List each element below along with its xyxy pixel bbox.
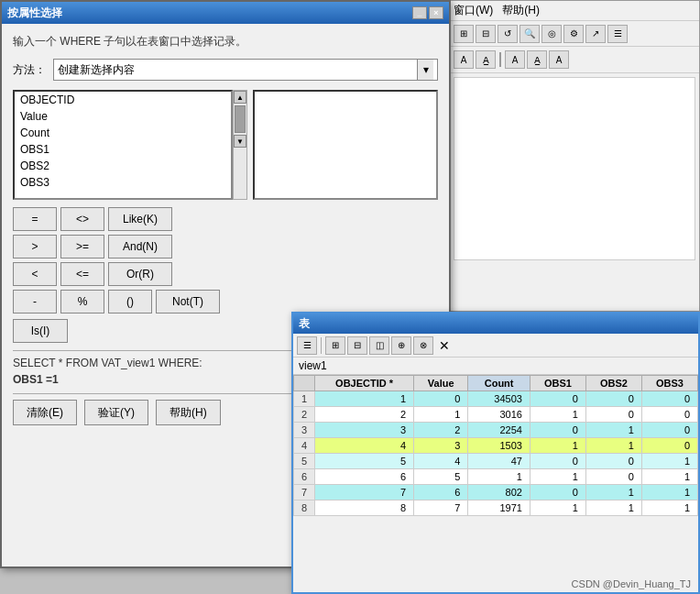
cell-value[interactable]: 5 bbox=[414, 469, 468, 485]
table-btn-3[interactable]: ⊟ bbox=[347, 336, 367, 355]
cell-count[interactable]: 3016 bbox=[468, 407, 530, 423]
op-gt[interactable]: > bbox=[13, 235, 57, 258]
toolbar-btn-2[interactable]: ⊟ bbox=[476, 25, 496, 43]
table-row[interactable]: 11034503000 bbox=[294, 391, 698, 407]
cell-obs2[interactable]: 1 bbox=[585, 438, 641, 454]
cell-value[interactable]: 3 bbox=[414, 438, 468, 454]
table-row[interactable]: 776802011 bbox=[294, 485, 698, 500]
cell-objectid[interactable]: 5 bbox=[315, 454, 414, 469]
op-eq[interactable]: = bbox=[13, 207, 57, 231]
table-row[interactable]: 4431503110 bbox=[294, 438, 698, 454]
cell-obs1[interactable]: 0 bbox=[530, 454, 585, 469]
col-objectid[interactable]: OBJECTID * bbox=[315, 376, 414, 391]
cell-obs2[interactable]: 1 bbox=[585, 485, 641, 500]
format-btn-2[interactable]: A̲ bbox=[476, 50, 496, 69]
cell-objectid[interactable]: 8 bbox=[315, 500, 414, 516]
cell-obs1[interactable]: 0 bbox=[530, 423, 585, 438]
format-btn-5[interactable]: A bbox=[549, 50, 569, 69]
cell-value[interactable]: 4 bbox=[414, 454, 468, 469]
help-menu[interactable]: 帮助(H) bbox=[502, 3, 540, 18]
expression-box[interactable] bbox=[253, 90, 438, 200]
method-select-arrow[interactable]: ▾ bbox=[417, 60, 433, 80]
cell-obs3[interactable]: 0 bbox=[641, 423, 697, 438]
cell-value[interactable]: 7 bbox=[414, 500, 468, 516]
field-obs1[interactable]: OBS1 bbox=[15, 141, 231, 158]
close-btn[interactable]: × bbox=[429, 6, 443, 19]
col-count[interactable]: Count bbox=[468, 376, 530, 391]
cell-obs1[interactable]: 0 bbox=[530, 391, 585, 407]
toolbar-btn-7[interactable]: ↗ bbox=[585, 25, 606, 43]
table-btn-1[interactable]: ☰ bbox=[297, 336, 317, 355]
cell-objectid[interactable]: 4 bbox=[315, 438, 414, 454]
col-obs2[interactable]: OBS2 bbox=[585, 376, 641, 391]
format-btn-1[interactable]: A bbox=[454, 50, 474, 69]
table-scroll-container[interactable]: OBJECTID * Value Count OBS1 OBS2 OBS3 11… bbox=[293, 375, 698, 577]
table-btn-4[interactable]: ◫ bbox=[369, 336, 389, 355]
cell-value[interactable]: 2 bbox=[414, 423, 468, 438]
cell-obs3[interactable]: 0 bbox=[641, 438, 697, 454]
fields-list[interactable]: OBJECTID Value Count OBS1 OBS2 OBS3 bbox=[13, 90, 233, 200]
toolbar-btn-3[interactable]: ↺ bbox=[498, 25, 518, 43]
clear-btn[interactable]: 清除(E) bbox=[13, 400, 77, 425]
cell-obs3[interactable]: 1 bbox=[641, 469, 697, 485]
minimize-btn[interactable]: _ bbox=[412, 6, 427, 19]
help-btn[interactable]: 帮助(H) bbox=[156, 400, 221, 425]
cell-count[interactable]: 1 bbox=[468, 469, 530, 485]
format-btn-3[interactable]: A bbox=[505, 50, 525, 69]
cell-obs3[interactable]: 1 bbox=[641, 454, 697, 469]
verify-btn[interactable]: 验证(Y) bbox=[84, 400, 148, 425]
col-obs1[interactable]: OBS1 bbox=[530, 376, 585, 391]
op-parens[interactable]: () bbox=[108, 290, 152, 314]
op-neq[interactable]: <> bbox=[60, 207, 104, 231]
cell-obs1[interactable]: 1 bbox=[530, 500, 585, 516]
table-btn-2[interactable]: ⊞ bbox=[325, 336, 345, 355]
cell-value[interactable]: 1 bbox=[414, 407, 468, 423]
table-btn-6[interactable]: ⊗ bbox=[413, 336, 433, 355]
window-menu[interactable]: 窗口(W) bbox=[454, 3, 493, 18]
toolbar-btn-6[interactable]: ⚙ bbox=[563, 25, 584, 43]
table-row[interactable]: 3322254010 bbox=[294, 423, 698, 438]
table-row[interactable]: 8871971111 bbox=[294, 500, 698, 516]
cell-obs2[interactable]: 0 bbox=[585, 469, 641, 485]
cell-count[interactable]: 2254 bbox=[468, 423, 530, 438]
cell-obs1[interactable]: 0 bbox=[530, 485, 585, 500]
field-objectid[interactable]: OBJECTID bbox=[15, 92, 231, 108]
is-btn[interactable]: Is(I) bbox=[13, 319, 68, 343]
scrollbar-down[interactable]: ▼ bbox=[234, 135, 246, 148]
col-value[interactable]: Value bbox=[414, 376, 468, 391]
cell-obs3[interactable]: 1 bbox=[641, 500, 697, 516]
cell-obs3[interactable]: 1 bbox=[641, 485, 697, 500]
toolbar-btn-1[interactable]: ⊞ bbox=[454, 25, 474, 43]
cell-value[interactable]: 6 bbox=[414, 485, 468, 500]
cell-objectid[interactable]: 1 bbox=[315, 391, 414, 407]
cell-objectid[interactable]: 3 bbox=[315, 423, 414, 438]
toolbar-btn-5[interactable]: ◎ bbox=[541, 25, 562, 43]
op-minus[interactable]: - bbox=[13, 290, 57, 314]
cell-obs2[interactable]: 1 bbox=[585, 500, 641, 516]
op-or[interactable]: Or(R) bbox=[108, 262, 172, 286]
cell-obs1[interactable]: 1 bbox=[530, 438, 585, 454]
table-row[interactable]: 6651101 bbox=[294, 469, 698, 485]
cell-objectid[interactable]: 6 bbox=[315, 469, 414, 485]
op-percent[interactable]: % bbox=[60, 290, 104, 314]
cell-obs2[interactable]: 0 bbox=[585, 391, 641, 407]
toolbar-btn-4[interactable]: 🔍 bbox=[520, 25, 540, 43]
cell-objectid[interactable]: 2 bbox=[315, 407, 414, 423]
op-gte[interactable]: >= bbox=[60, 235, 104, 258]
format-btn-4[interactable]: A̲ bbox=[527, 50, 547, 69]
toolbar-btn-8[interactable]: ☰ bbox=[607, 25, 628, 43]
cell-objectid[interactable]: 7 bbox=[315, 485, 414, 500]
col-obs3[interactable]: OBS3 bbox=[641, 376, 697, 391]
cell-obs2[interactable]: 0 bbox=[585, 454, 641, 469]
scrollbar-up[interactable]: ▲ bbox=[234, 91, 246, 104]
cell-obs2[interactable]: 0 bbox=[585, 407, 641, 423]
cell-count[interactable]: 1503 bbox=[468, 438, 530, 454]
field-value[interactable]: Value bbox=[15, 108, 231, 125]
scrollbar-thumb[interactable] bbox=[235, 105, 246, 133]
cell-obs3[interactable]: 0 bbox=[641, 391, 697, 407]
op-lt[interactable]: < bbox=[13, 262, 57, 286]
cell-obs2[interactable]: 1 bbox=[585, 423, 641, 438]
table-row[interactable]: 2213016100 bbox=[294, 407, 698, 423]
cell-obs3[interactable]: 0 bbox=[641, 407, 697, 423]
field-obs3[interactable]: OBS3 bbox=[15, 174, 231, 191]
